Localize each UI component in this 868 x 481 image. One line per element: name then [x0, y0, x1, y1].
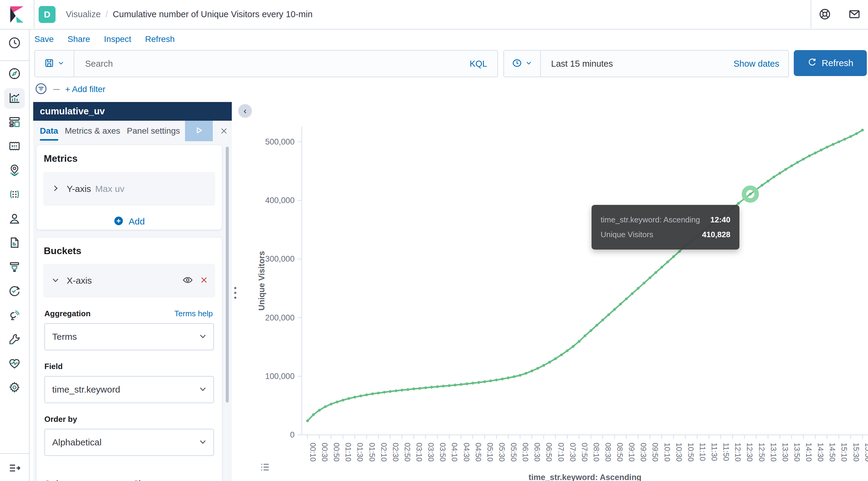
- nav-item-management[interactable]: [4, 378, 25, 398]
- data-point[interactable]: [572, 345, 575, 348]
- newsfeed-button[interactable]: [846, 7, 863, 23]
- data-point[interactable]: [436, 385, 439, 388]
- nav-item-maps[interactable]: [4, 161, 25, 181]
- toggle-visibility-button[interactable]: [180, 272, 196, 289]
- data-point[interactable]: [832, 143, 834, 146]
- data-point[interactable]: [312, 413, 315, 416]
- data-point[interactable]: [560, 353, 563, 356]
- breadcrumb-visualize[interactable]: Visualize: [66, 9, 101, 19]
- data-point[interactable]: [383, 391, 386, 393]
- data-point[interactable]: [843, 138, 846, 140]
- terms-help-link[interactable]: Terms help: [175, 309, 213, 318]
- data-point[interactable]: [849, 135, 852, 138]
- panel-resizer-handle[interactable]: [232, 281, 238, 305]
- data-point[interactable]: [855, 132, 858, 135]
- nav-item-dev-tools[interactable]: [4, 329, 25, 350]
- data-point[interactable]: [814, 152, 817, 154]
- data-point[interactable]: [454, 384, 456, 386]
- time-range-value[interactable]: Last 15 minutes: [551, 59, 734, 69]
- tab-data[interactable]: Data: [40, 121, 58, 141]
- search-input[interactable]: Search: [85, 59, 470, 69]
- data-point[interactable]: [489, 380, 492, 382]
- data-point[interactable]: [654, 271, 657, 274]
- data-point[interactable]: [424, 387, 427, 389]
- data-point[interactable]: [666, 261, 669, 263]
- data-point[interactable]: [584, 334, 586, 337]
- nav-item-siem[interactable]: [4, 233, 25, 254]
- data-point[interactable]: [418, 387, 421, 390]
- nav-item-visualize[interactable]: [4, 88, 25, 109]
- nav-item-monitoring[interactable]: [4, 354, 25, 374]
- kibana-logo[interactable]: [4, 5, 30, 24]
- data-point[interactable]: [342, 398, 344, 401]
- data-point[interactable]: [613, 308, 616, 311]
- data-point[interactable]: [625, 297, 628, 300]
- data-point[interactable]: [784, 168, 787, 171]
- data-point[interactable]: [389, 390, 392, 393]
- data-point[interactable]: [826, 146, 829, 149]
- data-point[interactable]: [448, 384, 451, 387]
- data-point[interactable]: [371, 393, 374, 395]
- data-point[interactable]: [554, 357, 557, 360]
- data-point[interactable]: [820, 149, 823, 152]
- nav-item-graph[interactable]: [4, 209, 25, 229]
- data-point[interactable]: [566, 349, 568, 352]
- nav-item-canvas[interactable]: [4, 136, 25, 157]
- legend-toggle-button[interactable]: [258, 461, 272, 473]
- editor-scrollbar[interactable]: [226, 147, 229, 403]
- data-point[interactable]: [483, 380, 486, 383]
- data-point[interactable]: [589, 329, 592, 332]
- line-chart[interactable]: 0100,000200,000300,000400,000500,00000:1…: [250, 109, 868, 481]
- data-point[interactable]: [536, 367, 539, 370]
- discard-changes-button[interactable]: [218, 126, 230, 138]
- data-point[interactable]: [595, 324, 598, 326]
- help-button[interactable]: [817, 7, 833, 23]
- data-point[interactable]: [643, 282, 645, 284]
- share-link[interactable]: Share: [68, 34, 90, 44]
- tab-panel-settings[interactable]: Panel settings: [127, 121, 180, 141]
- show-dates-button[interactable]: Show dates: [734, 59, 779, 69]
- remove-bucket-button[interactable]: [196, 272, 212, 289]
- data-point[interactable]: [466, 382, 468, 385]
- nav-item-dashboard[interactable]: [4, 112, 25, 133]
- refresh-link[interactable]: Refresh: [145, 34, 175, 44]
- nav-item-uptime[interactable]: [4, 281, 25, 302]
- aggregation-select[interactable]: Terms: [44, 323, 214, 350]
- data-point[interactable]: [773, 175, 775, 178]
- data-point[interactable]: [471, 382, 474, 384]
- data-point[interactable]: [513, 375, 516, 378]
- data-point[interactable]: [790, 164, 793, 167]
- data-point[interactable]: [578, 340, 580, 343]
- order-by-select[interactable]: Alphabetical: [44, 429, 214, 456]
- data-point[interactable]: [406, 388, 409, 391]
- data-point[interactable]: [808, 155, 811, 157]
- metric-y-axis-row[interactable]: Y-axis Max uv: [43, 172, 215, 206]
- data-point[interactable]: [306, 419, 309, 422]
- data-point[interactable]: [619, 303, 622, 306]
- data-point[interactable]: [838, 140, 840, 143]
- nav-item-collapse-nav[interactable]: [4, 459, 25, 479]
- nav-item-recently-viewed[interactable]: [4, 33, 25, 54]
- filter-icon[interactable]: [34, 82, 48, 97]
- save-link[interactable]: Save: [34, 34, 54, 44]
- add-filter-button[interactable]: + Add filter: [65, 85, 105, 94]
- data-point[interactable]: [861, 129, 864, 132]
- data-point[interactable]: [401, 389, 403, 391]
- data-point[interactable]: [737, 202, 740, 204]
- data-point[interactable]: [531, 370, 533, 372]
- data-point[interactable]: [353, 396, 356, 398]
- data-point[interactable]: [519, 374, 522, 377]
- apply-changes-button[interactable]: [185, 121, 213, 141]
- data-point[interactable]: [501, 378, 504, 380]
- data-point[interactable]: [365, 393, 368, 396]
- data-point[interactable]: [778, 172, 781, 174]
- data-point[interactable]: [796, 161, 799, 164]
- data-point[interactable]: [336, 401, 338, 404]
- data-point[interactable]: [359, 395, 362, 397]
- data-point[interactable]: [318, 409, 321, 412]
- nav-item-discover[interactable]: [4, 64, 25, 85]
- data-point[interactable]: [395, 389, 398, 392]
- data-point[interactable]: [660, 266, 663, 268]
- data-point[interactable]: [442, 385, 444, 387]
- data-point[interactable]: [347, 397, 350, 400]
